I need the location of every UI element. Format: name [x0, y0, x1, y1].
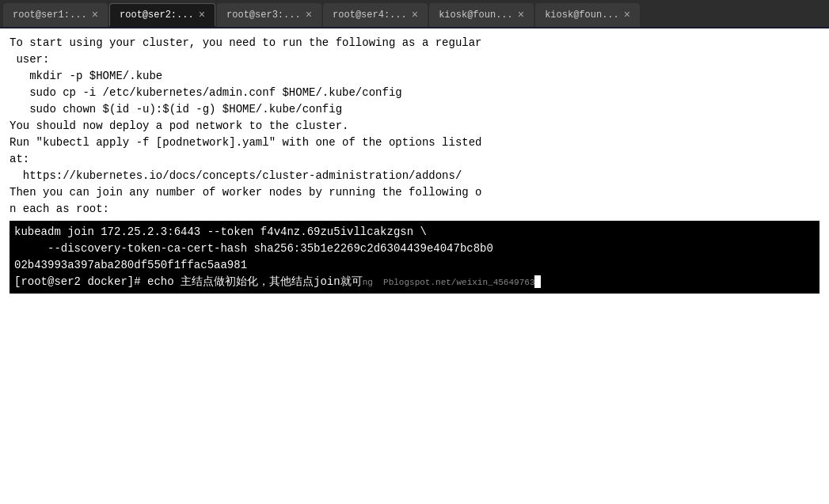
- tab-label-tab5: kiosk@foun...: [439, 9, 513, 21]
- close-icon-tab5[interactable]: ×: [518, 9, 524, 21]
- tab-bar: root@ser1:... × root@ser2:... × root@ser…: [0, 0, 829, 28]
- close-icon-tab2[interactable]: ×: [199, 9, 205, 21]
- tab-label-tab4: root@ser4:...: [333, 9, 407, 21]
- tab-label-tab6: kiosk@foun...: [545, 9, 619, 21]
- tab-label-tab1: root@ser1:...: [13, 9, 87, 21]
- cmd-line: 02b43993a397aba280df550f1ffac5aa981: [14, 257, 815, 274]
- terminal-line: You should now deploy a pod network to t…: [10, 118, 819, 135]
- terminal-line: mkdir -p $HOME/.kube: [10, 68, 819, 85]
- tab-tab3[interactable]: root@ser3:... ×: [217, 3, 321, 27]
- close-icon-tab6[interactable]: ×: [624, 9, 630, 21]
- command-block: kubeadm join 172.25.2.3:6443 --token f4v…: [10, 221, 819, 294]
- terminal-line: https://kubernetes.io/docs/concepts/clus…: [10, 168, 819, 184]
- tab-label-tab2: root@ser2:...: [120, 9, 194, 21]
- terminal-line: sudo cp -i /etc/kubernetes/admin.conf $H…: [10, 85, 819, 101]
- terminal-line: sudo chown $(id -u):$(id -g) $HOME/.kube…: [10, 101, 819, 118]
- close-icon-tab4[interactable]: ×: [412, 9, 418, 21]
- tab-tab4[interactable]: root@ser4:... ×: [323, 3, 428, 27]
- terminal-cursor: [534, 275, 541, 288]
- terminal-line: To start using your cluster, you need to…: [10, 35, 819, 51]
- prompt-line: [root@ser2 docker]# echo 主结点做初始化，其他结点joi…: [14, 274, 815, 290]
- cmd-line: --discovery-token-ca-cert-hash sha256:35…: [14, 241, 815, 257]
- tab-tab6[interactable]: kiosk@foun... ×: [535, 3, 640, 27]
- close-icon-tab1[interactable]: ×: [92, 9, 98, 21]
- cmd-line: kubeadm join 172.25.2.3:6443 --token f4v…: [14, 224, 815, 241]
- terminal-line: n each as root:: [10, 201, 819, 218]
- terminal-area: To start using your cluster, you need to…: [0, 28, 829, 504]
- terminal-line: user:: [10, 51, 819, 68]
- tab-tab1[interactable]: root@ser1:... ×: [3, 3, 108, 27]
- terminal-line: Run "kubectl apply -f [podnetwork].yaml"…: [10, 135, 819, 151]
- tab-label-tab3: root@ser3:...: [226, 9, 301, 21]
- tab-tab5[interactable]: kiosk@foun... ×: [429, 3, 534, 27]
- close-icon-tab3[interactable]: ×: [306, 9, 312, 21]
- terminal-line: at:: [10, 151, 819, 168]
- tab-tab2[interactable]: root@ser2:... ×: [109, 3, 215, 27]
- terminal-line: Then you can join any number of worker n…: [10, 184, 819, 201]
